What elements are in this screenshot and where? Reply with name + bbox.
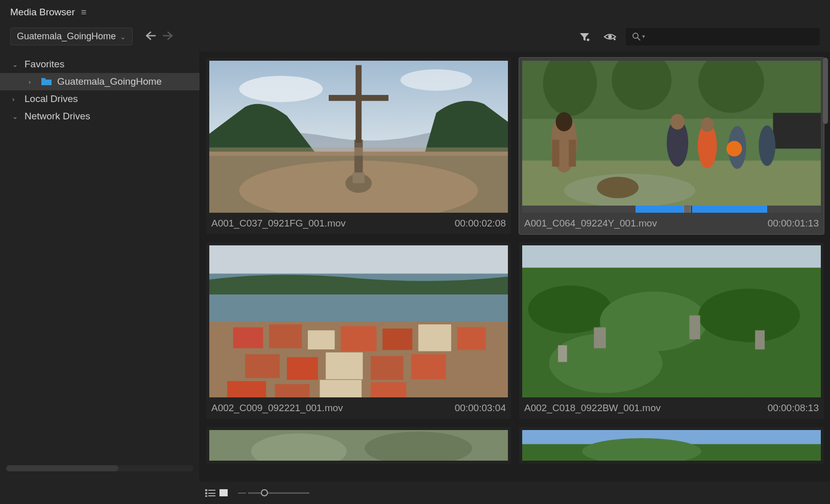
svg-point-2 (614, 38, 616, 40)
search-icon (632, 32, 641, 41)
clip-card[interactable]: A002_C018_0922BW_001.mov 00:00:08:13 (519, 242, 824, 419)
svg-rect-46 (245, 354, 280, 378)
chevron-right-icon: › (29, 78, 36, 86)
thumbnail-grid: A001_C037_0921FG_001.mov 00:00:02:08 (200, 52, 830, 482)
thumbnail-view-button[interactable] (217, 488, 230, 498)
panel-menu-icon[interactable]: ≡ (81, 7, 87, 18)
svg-rect-52 (275, 384, 310, 397)
zoom-minus-icon: — (238, 488, 246, 497)
sidebar-item-label: Guatemala_GoingHome (57, 76, 162, 87)
svg-rect-39 (233, 327, 263, 348)
svg-rect-47 (287, 357, 318, 380)
clip-name: A001_C037_0921FG_001.mov (211, 218, 346, 229)
clip-card[interactable]: A001_C037_0921FG_001.mov 00:00:02:08 (206, 58, 511, 234)
svg-rect-21 (773, 113, 821, 148)
scrub-bar[interactable] (522, 206, 821, 213)
svg-point-6 (239, 76, 323, 102)
panel-header: Media Browser ≡ (0, 0, 830, 24)
chevron-down-icon: ⌄ (12, 113, 19, 120)
zoom-slider[interactable]: — (238, 488, 309, 497)
clip-thumbnail[interactable] (522, 61, 821, 213)
clip-meta: A001_C064_09224Y_001.mov 00:00:01:13 (522, 213, 821, 231)
svg-rect-42 (340, 326, 376, 351)
svg-rect-53 (320, 380, 361, 397)
search-box[interactable]: ▾ (626, 28, 820, 45)
sidebar-item-label: Local Drives (25, 93, 78, 105)
svg-rect-62 (594, 327, 605, 348)
chevron-down-icon: ⌄ (120, 33, 126, 41)
svg-rect-78 (219, 489, 228, 496)
svg-point-30 (670, 114, 685, 130)
clip-thumbnail[interactable] (209, 61, 508, 213)
clip-name: A002_C018_0922BW_001.mov (524, 402, 661, 414)
clip-card[interactable]: A002_C009_092221_001.mov 00:00:03:04 (206, 242, 511, 419)
clip-name: A002_C009_092221_001.mov (211, 402, 343, 414)
zoom-track[interactable] (248, 492, 309, 494)
folder-icon (41, 77, 52, 86)
list-view-button[interactable] (204, 488, 216, 498)
path-label: Guatemala_GoingHome (17, 31, 116, 42)
scrollbar-thumb[interactable] (6, 465, 118, 471)
clip-thumbnail[interactable] (522, 245, 821, 397)
panel-title: Media Browser (10, 7, 75, 18)
eye-icon[interactable] (599, 30, 621, 43)
svg-point-32 (701, 118, 714, 132)
chevron-down-icon: ⌄ (12, 61, 19, 68)
media-browser-panel: Media Browser ≡ Guatemala_GoingHome ⌄ ▾ (0, 0, 830, 504)
svg-point-28 (597, 177, 639, 198)
sidebar-item-favorites[interactable]: ⌄ Favorites (0, 56, 200, 73)
svg-point-7 (400, 69, 472, 91)
search-dropdown-icon: ▾ (642, 33, 645, 40)
svg-rect-49 (371, 356, 403, 380)
clip-meta: A002_C009_092221_001.mov 00:00:03:04 (209, 397, 508, 416)
svg-rect-77 (208, 495, 215, 496)
svg-rect-54 (371, 382, 406, 397)
svg-point-0 (587, 38, 590, 41)
svg-rect-26 (552, 140, 559, 167)
svg-rect-45 (457, 327, 486, 350)
clip-name: A001_C064_09224Y_001.mov (524, 218, 657, 229)
svg-rect-50 (411, 354, 446, 379)
clip-thumbnail[interactable] (209, 245, 508, 397)
svg-rect-73 (208, 490, 215, 491)
svg-rect-12 (356, 65, 362, 143)
sidebar-item-label: Favorites (25, 59, 64, 70)
bottom-bar: — (0, 482, 830, 504)
sidebar-item-folder[interactable]: › Guatemala_GoingHome (0, 73, 200, 90)
path-dropdown[interactable]: Guatemala_GoingHome ⌄ (10, 28, 133, 45)
clip-meta: A002_C018_0922BW_001.mov 00:00:08:13 (522, 397, 821, 416)
svg-point-57 (528, 286, 612, 334)
svg-rect-72 (205, 489, 207, 491)
zoom-handle[interactable] (261, 489, 268, 496)
clip-card[interactable]: A001_C064_09224Y_001.mov 00:00:01:13 (519, 58, 824, 234)
search-input[interactable] (648, 32, 814, 41)
svg-rect-65 (558, 345, 567, 362)
svg-rect-15 (209, 147, 508, 156)
clip-thumbnail[interactable] (522, 430, 821, 461)
clip-card[interactable] (206, 427, 511, 464)
clip-thumbnail[interactable] (209, 430, 508, 461)
content-area: ⌄ Favorites › Guatemala_GoingHome › Loca… (0, 52, 830, 482)
sidebar-scrollbar[interactable] (6, 465, 193, 471)
sidebar-item-local-drives[interactable]: › Local Drives (0, 90, 200, 108)
filter-icon[interactable] (575, 30, 594, 44)
view-toggle (204, 488, 230, 498)
svg-point-25 (556, 112, 573, 131)
clip-card[interactable] (519, 427, 824, 464)
svg-point-34 (726, 141, 742, 156)
back-button[interactable] (143, 29, 158, 44)
svg-rect-14 (353, 172, 364, 183)
svg-rect-27 (569, 140, 576, 167)
svg-point-3 (633, 33, 638, 38)
svg-point-1 (608, 35, 612, 38)
clip-duration: 00:00:02:08 (455, 218, 506, 229)
toolbar: Guatemala_GoingHome ⌄ ▾ (0, 24, 830, 52)
clip-duration: 00:00:03:04 (455, 402, 506, 414)
grid-scrollbar[interactable] (823, 58, 828, 124)
playhead[interactable] (683, 205, 691, 213)
forward-button[interactable] (160, 29, 176, 44)
sidebar-item-network-drives[interactable]: ⌄ Network Drives (0, 108, 200, 125)
clip-meta: A001_C037_0921FG_001.mov 00:00:02:08 (209, 213, 508, 231)
svg-line-4 (638, 38, 640, 40)
svg-point-35 (759, 125, 775, 166)
